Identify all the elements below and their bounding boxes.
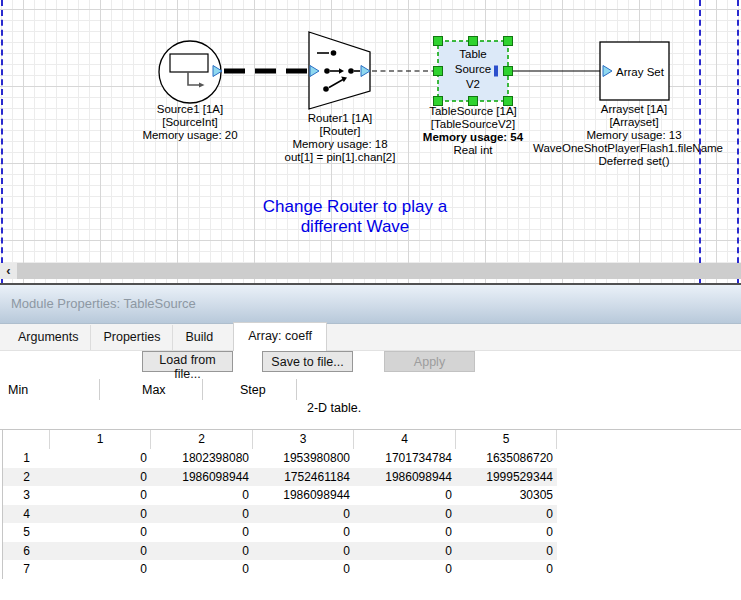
node-label: Arrayset [1A] [601, 103, 667, 115]
grid-corner-cell [3, 430, 50, 449]
load-from-file-button[interactable]: Load from file... [142, 351, 233, 372]
grid-cell[interactable]: 0 [253, 523, 354, 542]
grid-cell[interactable]: 0 [50, 468, 151, 487]
table-row: 500000 [3, 523, 557, 542]
scrollbar-thumb[interactable] [17, 263, 741, 279]
coeff-data-grid: 12345 1018023980801953980800170173478416… [2, 430, 557, 579]
node-source[interactable]: Source1 [1A] [SourceInt] Memory usage: 2… [142, 41, 237, 141]
grid-cell[interactable]: 1986098944 [253, 486, 354, 505]
grid-cell[interactable]: 30305 [456, 486, 557, 505]
panel-title: Module Properties: TableSource [11, 296, 196, 311]
min-max-step-row: Min Max Step [0, 379, 297, 400]
grid-cell[interactable]: 1953980800 [253, 449, 354, 468]
grid-cell[interactable]: 0 [354, 542, 456, 561]
node-label: [Arrayset] [609, 116, 658, 128]
row-label[interactable]: 4 [3, 505, 50, 524]
tab-properties[interactable]: Properties [91, 325, 173, 350]
node-body-text: Source [455, 63, 491, 75]
table-row: 700000 [3, 560, 557, 579]
horizontal-scrollbar[interactable]: ‹ [0, 263, 741, 279]
row-label[interactable]: 5 [3, 523, 50, 542]
node-body-text: Array Set [616, 66, 665, 78]
node-label: Source1 [1A] [157, 103, 223, 115]
node-label: [TableSourceV2] [431, 118, 515, 130]
grid-column-header[interactable]: 3 [253, 430, 354, 449]
grid-cell[interactable]: 0 [151, 560, 253, 579]
output-pin-icon[interactable] [494, 66, 498, 77]
grid-cell[interactable]: 1752461184 [253, 468, 354, 487]
min-field-label: Min [0, 379, 100, 400]
node-label: [SourceInt] [162, 116, 218, 128]
grid-cell[interactable]: 0 [50, 486, 151, 505]
row-label[interactable]: 2 [3, 468, 50, 487]
grid-cell[interactable]: 0 [50, 523, 151, 542]
row-label[interactable]: 3 [3, 486, 50, 505]
grid-cell[interactable]: 0 [456, 560, 557, 579]
node-router[interactable]: Router1 [1A] [Router] Memory usage: 18 o… [285, 32, 396, 163]
grid-cell[interactable]: 0 [354, 523, 456, 542]
node-label: Memory usage: 18 [292, 138, 387, 150]
table-row: 1018023980801953980800170173478416350867… [3, 449, 557, 468]
grid-cell[interactable]: 0 [50, 560, 151, 579]
apply-button[interactable]: Apply [384, 351, 475, 372]
tab-build[interactable]: Build [173, 325, 225, 350]
grid-cell[interactable]: 1986098944 [151, 468, 253, 487]
canvas-annotation[interactable]: Change Router to play a different Wave [200, 197, 510, 237]
grid-cell[interactable]: 0 [456, 505, 557, 524]
grid-cell[interactable]: 1635086720 [456, 449, 557, 468]
table-row: 400000 [3, 505, 557, 524]
step-field-label: Step [203, 379, 297, 400]
grid-cell[interactable]: 0 [354, 505, 456, 524]
grid-cell[interactable]: 0 [456, 523, 557, 542]
node-label: Router1 [1A] [308, 112, 373, 124]
grid-cell[interactable]: 1986098944 [354, 468, 456, 487]
max-field-label: Max [100, 379, 203, 400]
grid-cell[interactable]: 0 [151, 523, 253, 542]
node-label: [Router] [320, 125, 361, 137]
row-label[interactable]: 7 [3, 560, 50, 579]
save-to-file-button[interactable]: Save to file... [262, 351, 353, 372]
grid-cell[interactable]: 0 [151, 542, 253, 561]
annotation-line: Change Router to play a [200, 197, 510, 217]
grid-cell[interactable]: 0 [50, 505, 151, 524]
grid-cell[interactable]: 0 [253, 542, 354, 561]
diagram-canvas[interactable]: Source1 [1A] [SourceInt] Memory usage: 2… [0, 0, 741, 283]
node-label: Real int [454, 144, 494, 156]
grid-cell[interactable]: 0 [50, 542, 151, 561]
page-break-line [1, 0, 3, 283]
grid-cell[interactable]: 0 [354, 486, 456, 505]
page-break-line [737, 0, 739, 283]
grid-body: 1018023980801953980800170173478416350867… [3, 449, 557, 579]
row-label[interactable]: 6 [3, 542, 50, 561]
module-properties-panel: Module Properties: TableSource Arguments… [0, 285, 741, 600]
row-label[interactable]: 1 [3, 449, 50, 468]
grid-column-header[interactable]: 4 [354, 430, 456, 449]
node-label: TableSource [1A] [429, 105, 517, 117]
grid-cell[interactable]: 0 [354, 560, 456, 579]
tab-array-coeff[interactable]: Array: coeff [233, 322, 327, 351]
tab-strip: Arguments Properties Build Array: coeff [0, 324, 741, 351]
grid-cell[interactable]: 1701734784 [354, 449, 456, 468]
grid-cell[interactable]: 1999529344 [456, 468, 557, 487]
grid-cell[interactable]: 0 [151, 486, 253, 505]
tab-arguments[interactable]: Arguments [6, 325, 91, 350]
table-row: 3001986098944030305 [3, 486, 557, 505]
grid-cell[interactable]: 0 [151, 505, 253, 524]
grid-cell[interactable]: 0 [253, 560, 354, 579]
grid-cell[interactable]: 0 [50, 449, 151, 468]
grid-column-header[interactable]: 1 [50, 430, 151, 449]
grid-column-header[interactable]: 2 [151, 430, 253, 449]
table-row: 2019860989441752461184198609894419995293… [3, 468, 557, 487]
scroll-left-arrow-icon[interactable]: ‹ [0, 263, 17, 279]
grid-cell[interactable]: 0 [253, 505, 354, 524]
node-label: Memory usage: 13 [586, 129, 681, 141]
node-body-text: Table [459, 48, 487, 60]
node-tablesource-selected[interactable]: Table Source V2 TableSource [1A] [TableS… [423, 37, 524, 157]
node-label: Memory usage: 20 [142, 129, 237, 141]
grid-column-header[interactable]: 5 [456, 430, 557, 449]
grid-cell[interactable]: 0 [456, 542, 557, 561]
table-caption: 2-D table. [307, 401, 361, 415]
grid-cell[interactable]: 1802398080 [151, 449, 253, 468]
node-arrayset[interactable]: Array Set Arrayset [1A] [Arrayset] Memor… [533, 42, 723, 167]
node-label: Deferred set() [599, 155, 670, 167]
